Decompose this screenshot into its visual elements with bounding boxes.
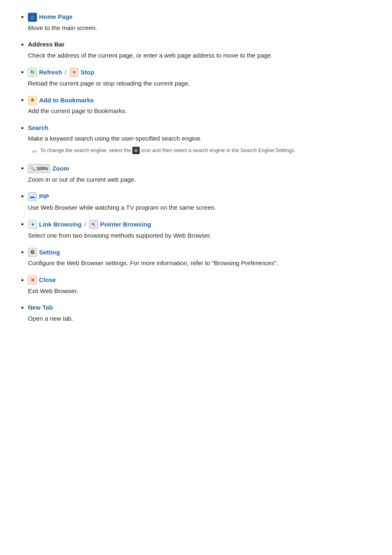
bookmarks-desc: Add the current page to Bookmarks. <box>28 106 376 116</box>
pencil-icon: ✏ <box>32 147 37 157</box>
browsing-desc: Select one from two browsing methods sup… <box>28 231 376 240</box>
link-browsing-icon: ✦ <box>28 220 37 229</box>
list-item-new-tab: New Tab Open a new tab. <box>28 303 376 323</box>
list-item-address-bar: Address Bar Check the address of the cur… <box>28 40 376 60</box>
close-desc: Exit Web Browser. <box>28 287 376 296</box>
pip-icon: ▬ <box>28 192 37 201</box>
list-item-browsing: ✦ Link Browsing / ↖ Pointer Browsing Sel… <box>28 220 376 240</box>
setting-desc: Configure the Web Browser settings. For … <box>28 259 376 268</box>
bookmarks-title: ★ Add to Bookmarks <box>28 96 94 105</box>
list-item-pip: ▬ PIP Use Web Browser while watching a T… <box>28 192 376 212</box>
close-icon: ✕ <box>28 275 37 284</box>
home-page-desc: Move to the main screen. <box>28 23 376 33</box>
refresh-icon: ↻ <box>28 68 37 77</box>
address-bar-desc: Check the address of the current page, o… <box>28 51 376 60</box>
list-item-zoom: 🔍 100% Zoom Zoom in or out of the curren… <box>28 164 376 184</box>
list-item-setting: ⚙ Setting Configure the Web Browser sett… <box>28 247 376 268</box>
zoom-icon: 🔍 100% <box>28 164 50 173</box>
list-item-search: Search Make a keyword search using the u… <box>28 123 376 157</box>
search-note: ✏ To change the search engine, select th… <box>32 147 376 157</box>
zoom-title: 🔍 100% Zoom <box>28 164 69 173</box>
browsing-title: ✦ Link Browsing / ↖ Pointer Browsing <box>28 220 151 229</box>
setting-title: ⚙ Setting <box>28 248 60 257</box>
close-title: ✕ Close <box>28 275 56 285</box>
setting-icon: ⚙ <box>28 248 37 257</box>
home-page-title: ⌂ Home Page <box>28 12 73 22</box>
new-tab-title: New Tab <box>28 303 53 312</box>
home-icon: ⌂ <box>28 13 37 22</box>
new-tab-desc: Open a new tab. <box>28 314 376 324</box>
list-item-bookmarks: ★ Add to Bookmarks Add the current page … <box>28 95 376 116</box>
search-title: Search <box>28 123 48 133</box>
search-desc: Make a keyword search using the user-spe… <box>28 134 376 143</box>
stop-icon: ✕ <box>69 68 78 77</box>
bookmark-icon: ★ <box>28 96 37 105</box>
list-item-home: ⌂ Home Page Move to the main screen. <box>28 12 376 32</box>
address-bar-title: Address Bar <box>28 40 65 49</box>
list-item-refresh-stop: ↻ Refresh / ✕ Stop Reload the current pa… <box>28 67 376 88</box>
pip-title: ▬ PIP <box>28 192 49 201</box>
zoom-desc: Zoom in or out of the current web page. <box>28 175 376 185</box>
refresh-stop-title: ↻ Refresh / ✕ Stop <box>28 68 94 77</box>
list-item-close: ✕ Close Exit Web Browser. <box>28 275 376 296</box>
refresh-stop-desc: Reload the current page or stop reloadin… <box>28 79 376 88</box>
pip-desc: Use Web Browser while watching a TV prog… <box>28 203 376 213</box>
features-list: ⌂ Home Page Move to the main screen. Add… <box>16 12 376 323</box>
search-engine-icon: ⚙ <box>132 147 140 154</box>
search-note-text: To change the search engine, select the … <box>40 147 295 155</box>
pointer-browsing-icon: ↖ <box>89 220 98 229</box>
